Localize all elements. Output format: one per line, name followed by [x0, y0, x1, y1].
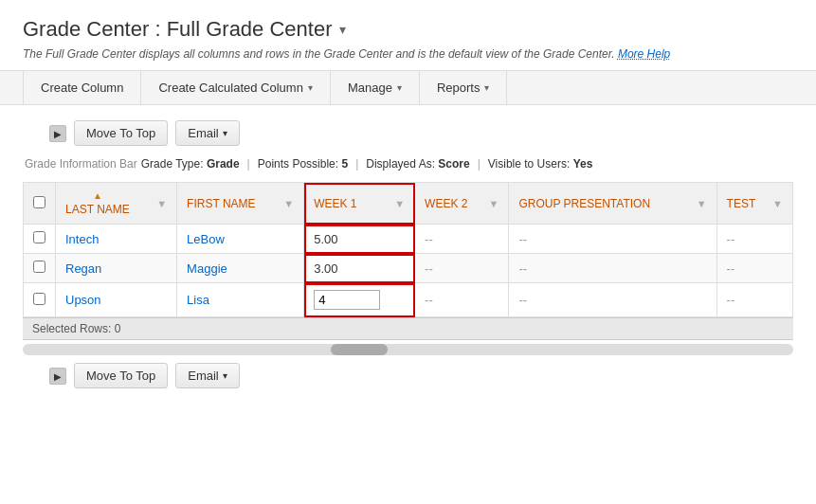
cell-last-name: Upson: [56, 283, 177, 317]
cell-week2[interactable]: --: [415, 254, 509, 283]
email-button-top[interactable]: Email ▾: [175, 120, 240, 146]
move-to-top-button-top[interactable]: Move To Top: [74, 120, 168, 146]
title-dropdown-icon[interactable]: ▾: [339, 22, 346, 37]
content-area: ▶ Move To Top Email ▾ Grade Information …: [0, 105, 816, 404]
table-row: ReganMaggie3.00------: [24, 254, 793, 283]
chevron-down-icon: ▾: [223, 370, 227, 381]
row-checkbox-cell: [24, 254, 56, 283]
page-subtitle: The Full Grade Center displays all colum…: [23, 47, 793, 61]
first-name-link[interactable]: LeBow: [187, 232, 225, 246]
col-sort-icon[interactable]: ▼: [283, 198, 294, 209]
page-title: Grade Center : Full Grade Center: [23, 17, 332, 42]
grade-table: ▲ LAST NAME ▼ FIRST NAME ▼: [23, 182, 793, 317]
col-header-first-name: FIRST NAME ▼: [177, 183, 304, 225]
horizontal-scrollbar[interactable]: [23, 344, 793, 355]
select-all-checkbox[interactable]: [33, 196, 45, 208]
chevron-down-icon: ▾: [223, 128, 227, 138]
col-sort-icon[interactable]: ▼: [697, 198, 707, 209]
cell-week2[interactable]: --: [415, 283, 509, 317]
first-name-link[interactable]: Maggie: [187, 261, 227, 276]
cell-last-name: Regan: [56, 254, 177, 283]
week1-input[interactable]: [314, 290, 380, 310]
row-checkbox[interactable]: [33, 261, 45, 273]
sort-arrow-icon: ▲: [65, 190, 130, 201]
col-header-last-name: ▲ LAST NAME ▼: [56, 183, 177, 225]
chevron-down-icon: ▾: [397, 82, 402, 93]
scroll-thumb[interactable]: [331, 344, 388, 355]
cell-group-pres[interactable]: --: [509, 283, 716, 317]
nav-create-calculated-column[interactable]: Create Calculated Column ▾: [141, 71, 330, 104]
top-nav: Create Column Create Calculated Column ▾…: [0, 70, 816, 105]
cell-test[interactable]: --: [716, 283, 792, 317]
row-checkbox-cell: [24, 283, 56, 317]
cell-week1[interactable]: 5.00: [304, 225, 415, 254]
bottom-action-bar: ▶ Move To Top Email ▾: [23, 363, 793, 388]
col-sort-icon[interactable]: ▼: [394, 198, 405, 209]
chevron-down-icon: ▾: [308, 82, 313, 93]
top-action-bar: ▶ Move To Top Email ▾: [23, 120, 793, 146]
first-name-link[interactable]: Lisa: [187, 293, 209, 307]
col-header-test: TEST ▼: [716, 183, 792, 225]
last-name-link[interactable]: Regan: [65, 261, 101, 276]
cell-group-pres[interactable]: --: [509, 225, 716, 254]
last-name-link[interactable]: Upson: [65, 293, 101, 307]
select-all-col: [24, 183, 56, 225]
cell-test[interactable]: --: [716, 254, 792, 283]
info-bar: Grade Information Bar Grade Type: Grade …: [23, 153, 793, 174]
cell-first-name: LeBow: [177, 225, 304, 254]
more-help-link[interactable]: More Help: [618, 47, 670, 61]
cell-first-name: Lisa: [177, 283, 304, 317]
table-row: IntechLeBow5.00------: [24, 225, 793, 254]
table-row: UpsonLisa------: [24, 283, 793, 317]
col-header-week2: WEEK 2 ▼: [415, 183, 509, 225]
col-header-group-pres: GROUP PRESENTATION ▼: [509, 183, 716, 225]
move-to-top-button-bottom[interactable]: Move To Top: [74, 363, 168, 388]
move-to-top-icon-bottom[interactable]: ▶: [49, 368, 66, 385]
cell-week1[interactable]: [304, 283, 415, 317]
cell-group-pres[interactable]: --: [509, 254, 716, 283]
cell-week2[interactable]: --: [415, 225, 509, 254]
col-header-week1: WEEK 1 ▼: [304, 183, 415, 225]
row-checkbox[interactable]: [33, 231, 45, 243]
cell-week1[interactable]: 3.00: [304, 254, 415, 283]
cell-test[interactable]: --: [716, 225, 792, 254]
cell-last-name: Intech: [56, 225, 177, 254]
nav-create-column[interactable]: Create Column: [23, 71, 141, 104]
email-button-bottom[interactable]: Email ▾: [175, 363, 240, 388]
selected-rows-bar: Selected Rows: 0: [23, 317, 793, 340]
col-sort-icon[interactable]: ▼: [156, 198, 167, 209]
col-sort-icon[interactable]: ▼: [772, 198, 783, 209]
move-to-top-icon-top[interactable]: ▶: [49, 125, 66, 142]
chevron-down-icon: ▾: [484, 82, 489, 93]
cell-first-name: Maggie: [177, 254, 304, 283]
nav-manage[interactable]: Manage ▾: [331, 71, 420, 104]
last-name-link[interactable]: Intech: [65, 232, 99, 246]
grade-table-wrapper: ▲ LAST NAME ▼ FIRST NAME ▼: [23, 182, 793, 317]
row-checkbox-cell: [24, 225, 56, 254]
col-sort-icon[interactable]: ▼: [488, 198, 499, 209]
page-header: Grade Center : Full Grade Center ▾ The F…: [0, 0, 816, 70]
row-checkbox[interactable]: [33, 293, 45, 305]
nav-reports[interactable]: Reports ▾: [420, 71, 508, 104]
